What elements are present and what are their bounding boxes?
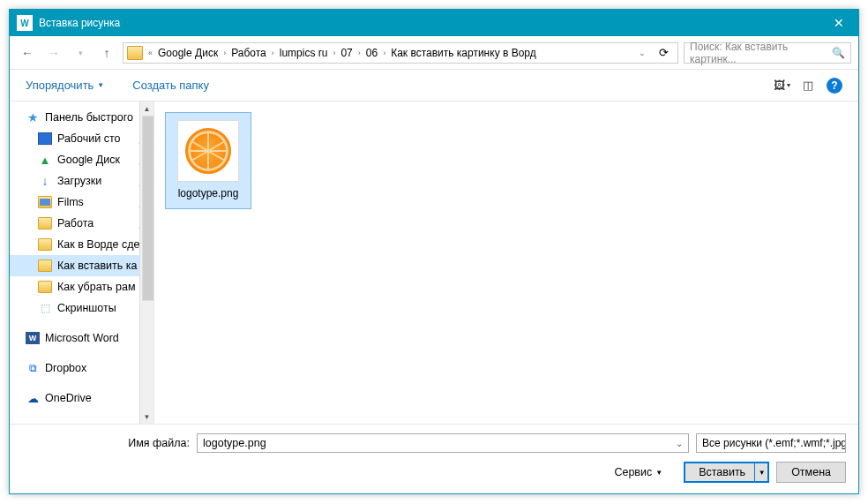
refresh-button[interactable]: ⟳ xyxy=(653,42,674,64)
chevron-down-icon: ▼ xyxy=(655,469,662,477)
films-icon xyxy=(38,196,52,208)
word-app-icon: W xyxy=(17,15,33,31)
scroll-thumb[interactable] xyxy=(142,116,154,301)
word-icon: W xyxy=(26,332,40,344)
sidebar-folder-current[interactable]: Как вставить ка xyxy=(10,255,153,276)
sidebar-work[interactable]: Работа📌 xyxy=(10,213,153,234)
chevron-icon: › xyxy=(381,49,387,57)
titlebar: W Вставка рисунка ✕ xyxy=(10,10,858,36)
sidebar-films[interactable]: Films📌 xyxy=(10,192,153,213)
sidebar-folder-1[interactable]: Как в Ворде сде xyxy=(10,234,153,255)
window-title: Вставка рисунка xyxy=(39,17,819,29)
help-button[interactable]: ? xyxy=(821,75,848,96)
orange-slice-icon xyxy=(185,128,231,174)
folder-icon xyxy=(38,238,52,251)
sidebar-desktop[interactable]: Рабочий сто📌 xyxy=(10,128,153,149)
close-button[interactable]: ✕ xyxy=(819,10,858,36)
sidebar-msword[interactable]: WMicrosoft Word xyxy=(10,327,153,349)
desktop-icon xyxy=(38,132,52,145)
address-bar[interactable]: « Google Диск › Работа › lumpics ru › 07… xyxy=(123,42,678,64)
folder-icon xyxy=(38,281,52,293)
filename-input[interactable]: logotype.png ⌄ xyxy=(197,433,689,453)
chevron-down-icon: ▼ xyxy=(97,81,104,89)
chevron-down-icon[interactable]: ⌄ xyxy=(637,49,647,57)
search-input[interactable]: Поиск: Как вставить картинк... 🔍 xyxy=(684,42,851,64)
dialog-footer: Имя файла: logotype.png ⌄ Все рисунки (*… xyxy=(10,424,858,493)
download-icon: ↓ xyxy=(38,175,52,187)
file-thumbnail xyxy=(177,120,239,182)
preview-pane-button[interactable]: ◫ xyxy=(795,75,821,96)
sidebar-quick-access[interactable]: ★Панель быстрого xyxy=(10,107,153,128)
chevron-icon: › xyxy=(331,49,337,57)
recent-dropdown[interactable]: ▾ xyxy=(70,42,91,64)
star-icon: ★ xyxy=(26,111,40,124)
chevron-icon: › xyxy=(221,49,228,57)
insert-button[interactable]: Вставить ▼ xyxy=(684,462,769,483)
insert-dropdown[interactable]: ▼ xyxy=(754,463,768,482)
nav-row: ← → ▾ ↑ « Google Диск › Работа › lumpics… xyxy=(10,36,858,70)
crumb-07[interactable]: 07 xyxy=(337,47,355,59)
view-mode-button[interactable]: 🖼 xyxy=(768,75,795,96)
chevron-icon: › xyxy=(356,49,363,57)
new-folder-button[interactable]: Создать папку xyxy=(127,75,214,95)
sidebar: ★Панель быстрого Рабочий сто📌 ▲Google Ди… xyxy=(10,102,154,424)
crumb-prefix: « xyxy=(146,49,154,57)
chevron-down-icon[interactable]: ⌄ xyxy=(676,439,683,448)
sidebar-gdrive[interactable]: ▲Google Диск📌 xyxy=(10,149,153,170)
file-item-selected[interactable]: logotype.png xyxy=(165,112,251,209)
up-button[interactable]: ↑ xyxy=(96,42,117,64)
sidebar-folder-3[interactable]: Как убрать рам xyxy=(10,276,153,297)
organize-button[interactable]: Упорядочить▼ xyxy=(20,75,109,95)
crumb-current[interactable]: Как вставить картинку в Ворд xyxy=(387,47,540,59)
dialog-window: W Вставка рисунка ✕ ← → ▾ ↑ « Google Дис… xyxy=(9,9,859,494)
filetype-filter[interactable]: Все рисунки (*.emf;*.wmf;*.jpg ⌄ xyxy=(696,433,846,453)
folder-icon xyxy=(38,260,52,272)
folder-icon xyxy=(127,46,143,60)
back-button[interactable]: ← xyxy=(17,42,38,64)
sidebar-screenshots[interactable]: ⬚Скриншоты xyxy=(10,297,153,319)
crumb-gdrive[interactable]: Google Диск xyxy=(154,47,221,59)
dropbox-icon: ⧉ xyxy=(26,362,40,374)
folder-icon xyxy=(38,217,52,229)
sidebar-scrollbar[interactable]: ▲ ▼ xyxy=(139,102,153,424)
chevron-icon: › xyxy=(270,49,276,57)
search-icon: 🔍 xyxy=(832,47,845,59)
cancel-button[interactable]: Отмена xyxy=(776,462,846,483)
sidebar-dropbox[interactable]: ⧉Dropbox xyxy=(10,357,153,379)
gdrive-icon: ▲ xyxy=(38,154,52,166)
file-pane[interactable]: logotype.png xyxy=(154,102,858,424)
scroll-up-icon[interactable]: ▲ xyxy=(140,102,153,116)
file-name: logotype.png xyxy=(178,187,239,199)
service-button[interactable]: Сервис ▼ xyxy=(614,466,662,478)
sidebar-downloads[interactable]: ↓Загрузки📌 xyxy=(10,170,153,192)
search-placeholder: Поиск: Как вставить картинк... xyxy=(690,41,832,65)
crumb-06[interactable]: 06 xyxy=(363,47,381,59)
screenshot-icon: ⬚ xyxy=(38,302,52,314)
sidebar-onedrive[interactable]: ☁OneDrive xyxy=(10,387,153,409)
crumb-lumpics[interactable]: lumpics ru xyxy=(276,47,332,59)
crumb-work[interactable]: Работа xyxy=(228,47,270,59)
filename-label: Имя файла: xyxy=(22,437,190,449)
scroll-down-icon[interactable]: ▼ xyxy=(140,410,153,424)
toolbar: Упорядочить▼ Создать папку 🖼 ◫ ? xyxy=(10,70,858,102)
forward-button[interactable]: → xyxy=(43,42,64,64)
dialog-body: ★Панель быстрого Рабочий сто📌 ▲Google Ди… xyxy=(10,102,858,424)
onedrive-icon: ☁ xyxy=(26,392,40,404)
